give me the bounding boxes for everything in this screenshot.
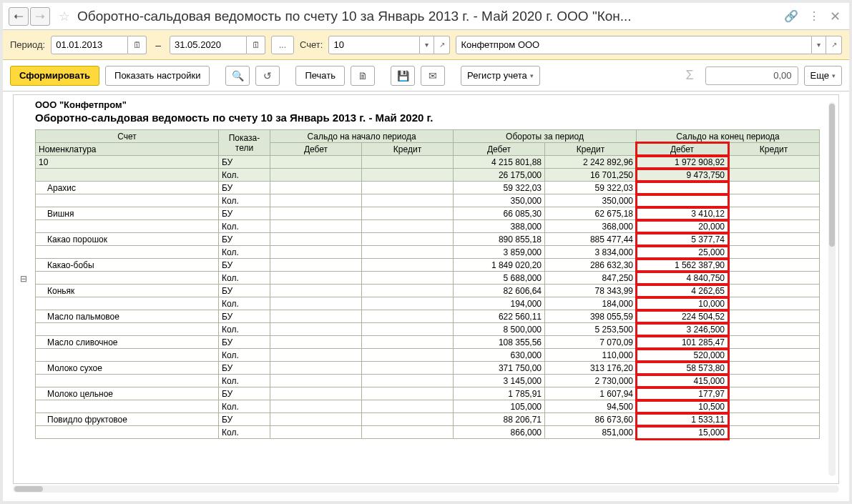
cell: 101 285,47 — [637, 336, 728, 349]
cell — [36, 169, 219, 182]
more-button[interactable]: Еще▾ — [804, 66, 842, 86]
header-saldo-begin: Сальдо на начало периода — [270, 130, 454, 143]
report-title: Оборотно-сальдовая ведомость по счету 10… — [35, 112, 817, 124]
cell — [362, 375, 454, 387]
cell — [362, 400, 454, 413]
cell: 388,000 — [454, 220, 545, 233]
cell — [36, 220, 219, 233]
print-button[interactable]: Печать — [295, 66, 345, 86]
cell: 520,000 — [637, 349, 728, 362]
restore-icon[interactable]: ↺ — [255, 66, 280, 86]
cell: 82 606,64 — [454, 285, 545, 297]
collapse-icon[interactable]: ⊟ — [18, 274, 29, 284]
cell: 66 085,30 — [454, 207, 545, 220]
forward-button[interactable]: 🠒 — [30, 7, 50, 26]
cell — [728, 336, 820, 349]
indicator: БУ — [219, 207, 270, 220]
cell: 8 500,000 — [454, 323, 545, 336]
header-credit: Кредит — [362, 143, 454, 156]
sum-field[interactable]: 0,00 — [705, 66, 798, 85]
close-icon[interactable]: ✕ — [830, 9, 841, 24]
cell: 4 262,65 — [637, 285, 728, 297]
cell: 59 322,03 — [454, 182, 545, 194]
cell — [728, 285, 820, 297]
cell — [637, 182, 728, 194]
account-dropdown-icon[interactable]: ▾ — [420, 36, 434, 54]
cell — [362, 259, 454, 272]
indicator: Кол. — [219, 220, 270, 233]
cell: 630,000 — [454, 349, 545, 362]
period-to-input[interactable] — [170, 36, 247, 54]
favorite-icon[interactable]: ☆ — [56, 8, 73, 25]
cell: 5 688,000 — [454, 272, 545, 285]
indicator: БУ — [219, 182, 270, 194]
cell: 313 176,20 — [545, 362, 637, 375]
indicator: Кол. — [219, 375, 270, 387]
calendar-icon[interactable]: 🗓 — [247, 36, 265, 54]
item-name: Коньяк — [36, 285, 219, 297]
indicator: БУ — [219, 336, 270, 349]
report-area[interactable]: ⊟ ООО "Конфетпром" Оборотно-сальдовая ве… — [13, 94, 839, 484]
cell: 350,000 — [454, 194, 545, 207]
period-from-input[interactable] — [51, 36, 128, 54]
account-input[interactable] — [328, 36, 420, 54]
cell: 1 533,11 — [637, 413, 728, 426]
cell — [362, 323, 454, 336]
mail-icon[interactable]: ✉ — [421, 66, 445, 86]
cell: 10,000 — [637, 297, 728, 310]
indicator: БУ — [219, 285, 270, 297]
window-title: Оборотно-сальдовая ведомость по счету 10… — [77, 9, 784, 24]
cell — [362, 285, 454, 297]
cell — [728, 362, 820, 375]
cell: 3 246,500 — [637, 323, 728, 336]
cell: 3 145,000 — [454, 375, 545, 387]
org-dropdown-icon[interactable]: ▾ — [812, 36, 826, 54]
preview-icon[interactable]: 🗎 — [351, 66, 375, 86]
cell: 94,500 — [545, 400, 637, 413]
save-icon[interactable]: 💾 — [391, 66, 415, 86]
period-more-button[interactable]: ... — [271, 36, 294, 54]
cell — [728, 156, 820, 169]
cell: 1 607,94 — [545, 387, 637, 400]
cell — [270, 413, 362, 426]
register-button[interactable]: Регистр учета▾ — [461, 66, 540, 86]
cell — [270, 400, 362, 413]
generate-button[interactable]: Сформировать — [10, 66, 99, 86]
scrollbar-vertical[interactable] — [828, 102, 836, 476]
menu-dots-icon[interactable]: ⋮ — [808, 9, 820, 23]
cell: 622 560,11 — [454, 310, 545, 323]
link-icon[interactable]: 🔗 — [784, 9, 798, 23]
cell: 26 175,000 — [454, 169, 545, 182]
cell: 1 849 020,20 — [454, 259, 545, 272]
cell: 851,000 — [545, 426, 637, 439]
org-open-icon[interactable]: ↗ — [826, 36, 842, 54]
cell — [270, 182, 362, 194]
cell — [728, 169, 820, 182]
cell — [270, 233, 362, 246]
cell: 25,000 — [637, 246, 728, 259]
account-open-icon[interactable]: ↗ — [434, 36, 450, 54]
cell — [362, 169, 454, 182]
header-turnover: Обороты за период — [454, 130, 637, 143]
calendar-icon[interactable]: 🗓 — [128, 36, 147, 54]
cell — [362, 220, 454, 233]
scrollbar-horizontal[interactable] — [13, 485, 839, 493]
cell: 15,000 — [637, 426, 728, 439]
show-settings-button[interactable]: Показать настройки — [105, 66, 210, 86]
back-button[interactable]: 🠐 — [9, 7, 29, 26]
header-credit: Кредит — [545, 143, 637, 156]
search-icon[interactable]: 🔍 — [225, 66, 250, 86]
indicator: БУ — [219, 310, 270, 323]
cell — [362, 426, 454, 439]
cell — [36, 272, 219, 285]
organization-input[interactable] — [456, 36, 812, 54]
cell — [728, 387, 820, 400]
item-name: Масло сливочное — [36, 336, 219, 349]
cell: 4 215 801,88 — [454, 156, 545, 169]
cell — [362, 387, 454, 400]
cell: 286 632,30 — [545, 259, 637, 272]
cell — [36, 426, 219, 439]
cell — [728, 233, 820, 246]
cell — [362, 297, 454, 310]
cell — [362, 349, 454, 362]
